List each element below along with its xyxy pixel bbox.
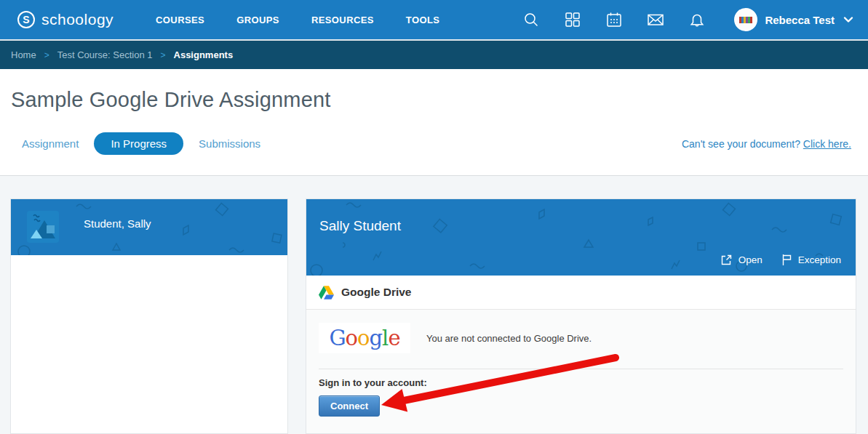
student-list-name: Student, Sally [84, 217, 151, 230]
google-letter: o [357, 326, 369, 350]
calendar-icon [606, 12, 622, 28]
google-letter: l [382, 326, 388, 350]
tabs-row: Assignment In Progress Submissions Can't… [0, 132, 868, 155]
submission-thumbnail [27, 211, 59, 243]
divider [319, 369, 843, 369]
schoology-logo[interactable]: S schoology [17, 11, 114, 28]
breadcrumb-current: Assignments [174, 49, 234, 60]
student-list-item[interactable]: Student, Sally [11, 199, 287, 243]
search-icon [523, 12, 539, 28]
google-letter: e [388, 326, 399, 350]
submission-actions: Open Exception [720, 254, 841, 266]
google-drive-section-title: Google Drive [341, 286, 411, 299]
submission-panel-header: Sally Student Open Exception [306, 199, 856, 276]
help-link: Can't see your document? Click here. [682, 138, 851, 150]
google-drive-connect-body: G o o g l e You are not connected to Goo… [306, 310, 856, 434]
page-title: Sample Google Drive Assignment [0, 69, 868, 112]
nav-item-courses[interactable]: COURSES [156, 15, 204, 25]
schoology-logo-icon: S [17, 11, 35, 28]
connection-status-text: You are not connected to Google Drive. [426, 333, 592, 344]
brand-text: schoology [41, 11, 114, 28]
google-letter: g [370, 326, 383, 350]
messages-button[interactable] [647, 11, 664, 28]
flag-icon [781, 254, 792, 266]
nav-item-groups[interactable]: GROUPS [236, 15, 279, 25]
main-menu: COURSES GROUPS RESOURCES TOOLS [156, 15, 439, 25]
user-name: Rebecca Test [765, 14, 835, 26]
avatar [734, 8, 757, 31]
tab-in-progress[interactable]: In Progress [94, 132, 183, 155]
external-link-icon [720, 254, 733, 266]
messages-icon [647, 12, 664, 28]
google-logo: G o o g l e [319, 323, 410, 353]
notifications-icon [689, 12, 705, 28]
exception-button[interactable]: Exception [781, 254, 841, 266]
apps-grid-button[interactable] [564, 11, 581, 28]
breadcrumb-separator: > [44, 50, 49, 60]
notifications-button[interactable] [688, 11, 706, 28]
tab-submissions[interactable]: Submissions [199, 132, 260, 155]
nav-item-tools[interactable]: TOOLS [406, 15, 440, 25]
user-menu[interactable]: Rebecca Test [734, 8, 855, 31]
top-navbar: S schoology COURSES GROUPS RESOURCES TOO… [0, 0, 868, 39]
google-letter: o [346, 326, 357, 350]
apps-grid-icon [565, 12, 581, 28]
google-drive-icon [319, 286, 334, 300]
help-click-here-link[interactable]: Click here. [803, 138, 851, 150]
exception-label: Exception [798, 254, 841, 265]
calendar-button[interactable] [605, 11, 623, 28]
submission-panel: Sally Student Open Exception [306, 198, 856, 434]
google-status-row: G o o g l e You are not connected to Goo… [319, 323, 843, 353]
breadcrumb-separator: > [161, 50, 166, 60]
connect-button[interactable]: Connect [319, 395, 380, 417]
navbar-right: Rebecca Test [522, 8, 855, 31]
google-drive-section-header: Google Drive [306, 276, 856, 310]
page-header: Sample Google Drive Assignment Assignmen… [0, 69, 868, 176]
open-button[interactable]: Open [720, 254, 763, 266]
open-label: Open [738, 254, 763, 265]
students-panel-header: Student, Sally [11, 199, 287, 255]
tab-assignment[interactable]: Assignment [22, 132, 79, 155]
chevron-down-icon [842, 13, 855, 26]
submission-student-name: Sally Student [306, 199, 856, 234]
students-panel: Student, Sally [10, 198, 288, 434]
help-question: Can't see your document? [682, 138, 800, 150]
breadcrumb-home[interactable]: Home [11, 49, 36, 60]
breadcrumb-course[interactable]: Test Course: Section 1 [57, 49, 153, 60]
breadcrumb: Home > Test Course: Section 1 > Assignme… [0, 39, 868, 69]
signin-label: Sign in to your account: [319, 377, 843, 388]
google-letter: G [329, 326, 345, 350]
search-button[interactable] [522, 11, 540, 28]
avatar-image [739, 17, 752, 23]
nav-item-resources[interactable]: RESOURCES [311, 15, 374, 25]
